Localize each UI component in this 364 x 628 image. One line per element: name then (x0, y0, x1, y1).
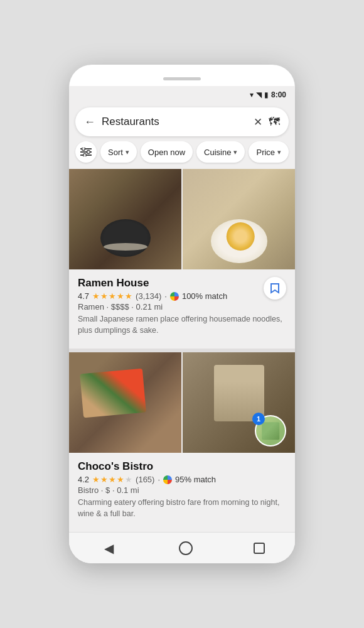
back-button[interactable]: ← (84, 116, 95, 129)
star-half: ★ (125, 291, 132, 301)
nav-home-button[interactable] (179, 541, 193, 555)
chocos-bistro-category: Bistro (78, 485, 99, 495)
phone-notch (69, 71, 295, 86)
ramen-house-description: Small Japanese ramen place offering hous… (78, 314, 286, 336)
phone-frame: ▾ ◥ ▮ 8:00 ← Restaurants ✕ 🗺 (69, 65, 295, 563)
chocos-bistro-description: Charming eatery offering bistro fare fro… (78, 497, 286, 519)
match-dot-icon-2 (163, 475, 172, 484)
chocos-bistro-price: $ (105, 485, 110, 495)
ramen-house-name: Ramen House (78, 277, 286, 290)
open-now-chip[interactable]: Open now (141, 141, 193, 163)
chocos-bistro-details: Bistro · $ · 0.1 mi (78, 485, 286, 495)
search-bar: ← Restaurants ✕ 🗺 (75, 107, 289, 136)
ramen-house-bookmark-button[interactable] (264, 277, 286, 300)
sort-chip-label: Sort (108, 148, 123, 157)
close-button[interactable]: ✕ (254, 116, 262, 129)
status-time: 8:00 (271, 90, 286, 99)
filter-icon-button[interactable] (75, 141, 97, 163)
chocos-bistro-distance: 0.1 mi (117, 485, 139, 495)
svg-point-5 (83, 154, 87, 157)
chocos-bistro-name: Choco's Bistro (78, 460, 286, 473)
ramen-house-distance: 0.21 mi (136, 302, 163, 311)
ramen-house-match: 100% match (182, 291, 227, 301)
signal-icon: ◥ (256, 90, 262, 99)
wifi-icon: ▾ (250, 90, 254, 99)
battery-icon: ▮ (264, 90, 269, 99)
phone-screen: ▾ ◥ ▮ 8:00 ← Restaurants ✕ 🗺 (69, 86, 295, 563)
separator-dot: · (158, 475, 160, 484)
chocos-bistro-info: Choco's Bistro 4.2 ★ ★ ★ ★ ★ (165) · 95%… (69, 453, 295, 528)
nav-back-button[interactable]: ◀ (99, 536, 119, 561)
ramen-house-image-right (183, 169, 295, 269)
details-dot-2: · (131, 302, 136, 311)
filter-chips: Sort ▾ Open now Cuisine ▾ Price ▾ (69, 141, 295, 169)
cuisine-chip[interactable]: Cuisine ▾ (196, 141, 245, 163)
details-dot-3: · (101, 485, 105, 495)
status-icons: ▾ ◥ ▮ 8:00 (250, 90, 286, 99)
bottom-nav: ◀ (69, 532, 295, 563)
search-title: Restaurants (102, 116, 247, 128)
status-bar: ▾ ◥ ▮ 8:00 (69, 86, 295, 104)
bistro-image-right: 1 (183, 352, 295, 453)
star-1: ★ (92, 475, 100, 484)
bistro-image-left (69, 352, 181, 453)
star-4: ★ (117, 291, 124, 301)
ramen-house-price: $$$$ (111, 302, 129, 311)
open-now-chip-label: Open now (148, 148, 185, 157)
sort-chip[interactable]: Sort ▾ (100, 141, 137, 163)
price-chip-arrow: ▾ (277, 148, 281, 156)
ramen-house-info: Ramen House 4.7 ★ ★ ★ ★ ★ (3,134) · 100%… (69, 269, 295, 345)
ramen-house-card[interactable]: Ramen House 4.7 ★ ★ ★ ★ ★ (3,134) · 100%… (69, 169, 295, 345)
ramen-house-reviews: (3,134) (136, 291, 161, 301)
star-2: ★ (100, 475, 108, 484)
ramen-house-image-left (69, 169, 181, 269)
cuisine-chip-label: Cuisine (204, 148, 231, 157)
notch-pill (163, 77, 201, 80)
ramen-house-rating-row: 4.7 ★ ★ ★ ★ ★ (3,134) · 100% match (78, 291, 286, 301)
star-4: ★ (117, 475, 124, 484)
star-2: ★ (100, 291, 108, 301)
sort-chip-arrow: ▾ (126, 148, 129, 156)
star-1: ★ (92, 291, 100, 301)
map-badge: 1 (252, 413, 265, 425)
price-chip[interactable]: Price ▾ (249, 141, 289, 163)
chocos-bistro-stars: ★ ★ ★ ★ ★ (92, 475, 132, 484)
map-thumb-container[interactable]: 1 (255, 415, 286, 447)
map-button[interactable]: 🗺 (269, 116, 280, 129)
chocos-bistro-reviews: (165) (136, 475, 154, 484)
chocos-bistro-match: 95% match (175, 475, 216, 484)
price-chip-label: Price (256, 148, 275, 157)
star-empty: ★ (125, 475, 132, 484)
cuisine-chip-arrow: ▾ (233, 148, 237, 156)
star-3: ★ (109, 291, 116, 301)
separator-dot: · (164, 291, 167, 301)
star-3: ★ (109, 475, 116, 484)
ramen-house-rating: 4.7 (78, 291, 89, 301)
match-dot-icon (170, 292, 179, 301)
svg-point-4 (87, 151, 90, 154)
chocos-bistro-card[interactable]: 1 Choco's Bistro 4.2 ★ ★ ★ ★ ★ (165) (69, 352, 295, 528)
chocos-bistro-rating-row: 4.2 ★ ★ ★ ★ ★ (165) · 95% match (78, 475, 286, 484)
chocos-bistro-rating: 4.2 (78, 475, 89, 484)
ramen-house-images (69, 169, 295, 269)
chocos-bistro-images: 1 (69, 352, 295, 453)
ramen-house-details: Ramen · $$$$ · 0.21 mi (78, 302, 286, 311)
nav-recents-button[interactable] (254, 543, 265, 554)
details-dot-1: · (107, 302, 111, 311)
ramen-house-stars: ★ ★ ★ ★ ★ (92, 291, 132, 301)
ramen-house-category: Ramen (78, 302, 104, 311)
svg-point-3 (82, 148, 85, 151)
